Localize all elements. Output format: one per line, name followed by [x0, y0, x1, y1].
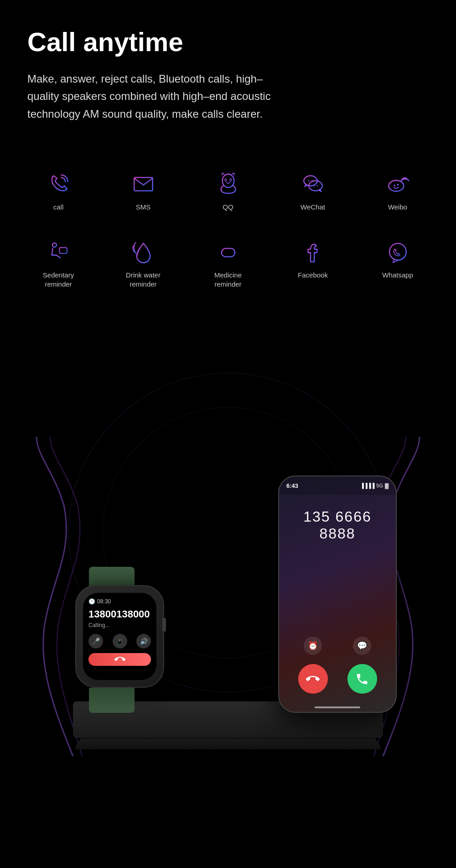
facebook-icon	[299, 239, 326, 266]
phone-message-icon[interactable]: 💬	[353, 637, 371, 655]
watch-crown	[162, 618, 166, 632]
feature-label-sms: SMS	[136, 203, 151, 212]
svg-point-17	[389, 243, 406, 260]
page-title: Call anytime	[27, 27, 429, 57]
phone-time-display: 6:43	[286, 482, 298, 489]
sedentary-icon	[45, 239, 72, 266]
network-type-label: 5G	[376, 483, 383, 488]
feature-label-whatsapp: Whatsapp	[382, 271, 413, 280]
wechat-icon	[299, 171, 326, 198]
feature-call: call	[18, 164, 98, 219]
medicine-icon	[214, 239, 242, 266]
watch-time-display: 🕐 08:30	[88, 598, 151, 605]
svg-point-12	[397, 184, 399, 186]
features-row-2: Sedentary reminder Drink water re	[0, 223, 456, 300]
phone-status-bar: 6:43 ▐▐▐▐ 5G ▓	[279, 476, 396, 495]
sms-icon	[130, 171, 157, 198]
feature-whatsapp: Whatsapp	[358, 232, 438, 295]
phone-action-icons: ⏰ 💬	[288, 637, 387, 655]
drinkwater-icon	[130, 239, 157, 266]
feature-label-facebook: Facebook	[298, 271, 328, 280]
watch-keypad-button[interactable]: 📱	[113, 634, 127, 648]
feature-qq: QQ	[188, 164, 268, 219]
watch-band-bottom	[89, 688, 135, 713]
watch-body: 🕐 08:30 13800138000 Calling... 🎤 📱 🔊	[75, 585, 164, 688]
weibo-icon	[384, 171, 411, 198]
watch-call-status: Calling...	[88, 622, 151, 628]
phone-icon	[45, 171, 72, 198]
watch-control-buttons: 🎤 📱 🔊	[88, 634, 151, 648]
hero-description: Make, answer, reject calls, Bluetooth ca…	[27, 70, 292, 123]
signal-bars-icon: ▐▐▐▐	[360, 483, 374, 488]
svg-point-2	[225, 179, 227, 182]
svg-point-6	[308, 180, 309, 182]
watch-end-call-button[interactable]	[88, 653, 151, 666]
devices-section: 🕐 08:30 13800138000 Calling... 🎤 📱 🔊	[0, 309, 456, 756]
smartwatch: 🕐 08:30 13800138000 Calling... 🎤 📱 🔊	[66, 567, 176, 713]
feature-drinkwater: Drink water reminder	[103, 232, 183, 295]
watch-caller-number: 13800138000	[88, 608, 151, 620]
feature-facebook: Facebook	[273, 232, 353, 295]
qq-icon	[214, 171, 242, 198]
svg-point-7	[311, 180, 313, 182]
feature-sedentary: Sedentary reminder	[18, 232, 98, 295]
whatsapp-icon	[384, 239, 411, 266]
feature-label-sedentary: Sedentary reminder	[43, 271, 74, 288]
svg-rect-14	[59, 247, 67, 253]
watch-speaker-button[interactable]: 🔊	[136, 634, 151, 648]
svg-rect-0	[134, 178, 152, 191]
phone-status-icons: ▐▐▐▐ 5G ▓	[360, 483, 389, 488]
svg-point-11	[394, 185, 395, 187]
feature-label-weibo: Weibo	[388, 203, 407, 212]
phone-accept-button[interactable]	[347, 664, 377, 694]
phone-screen-content: 135 6666 8888 ⏰ 💬	[279, 495, 396, 712]
watch-screen: 🕐 08:30 13800138000 Calling... 🎤 📱 🔊	[83, 593, 156, 680]
svg-point-1	[222, 174, 234, 188]
feature-label-qq: QQ	[223, 203, 233, 212]
phone-caller-number: 135 6666 8888	[288, 508, 387, 542]
watch-mute-button[interactable]: 🎤	[88, 634, 103, 648]
feature-sms: SMS	[103, 164, 183, 219]
feature-label-medicine: Medicine reminder	[214, 271, 242, 288]
hero-section: Call anytime Make, answer, reject calls,…	[0, 0, 456, 155]
phone-body: 6:43 ▐▐▐▐ 5G ▓ 135 6666 8888 ⏰ 💬	[278, 476, 397, 713]
svg-point-3	[230, 179, 232, 182]
svg-point-8	[313, 185, 314, 187]
watch-clock-icon: 🕐	[88, 598, 95, 605]
feature-medicine: Medicine reminder	[188, 232, 268, 295]
features-row-1: call SMS	[0, 155, 456, 223]
feature-weibo: Weibo	[358, 164, 438, 219]
svg-point-13	[52, 243, 56, 247]
svg-point-10	[389, 181, 404, 192]
phone-call-buttons	[288, 664, 387, 694]
phone-remind-icon[interactable]: ⏰	[304, 637, 322, 655]
phone-reject-button[interactable]	[298, 664, 328, 694]
feature-wechat: WeChat	[273, 164, 353, 219]
battery-icon: ▓	[385, 483, 389, 488]
smartphone: 6:43 ▐▐▐▐ 5G ▓ 135 6666 8888 ⏰ 💬	[278, 476, 397, 713]
feature-label-drinkwater: Drink water reminder	[126, 271, 161, 288]
svg-point-9	[316, 185, 318, 187]
feature-label-wechat: WeChat	[301, 203, 325, 212]
feature-label-call: call	[53, 203, 64, 212]
phone-home-indicator	[315, 706, 360, 708]
